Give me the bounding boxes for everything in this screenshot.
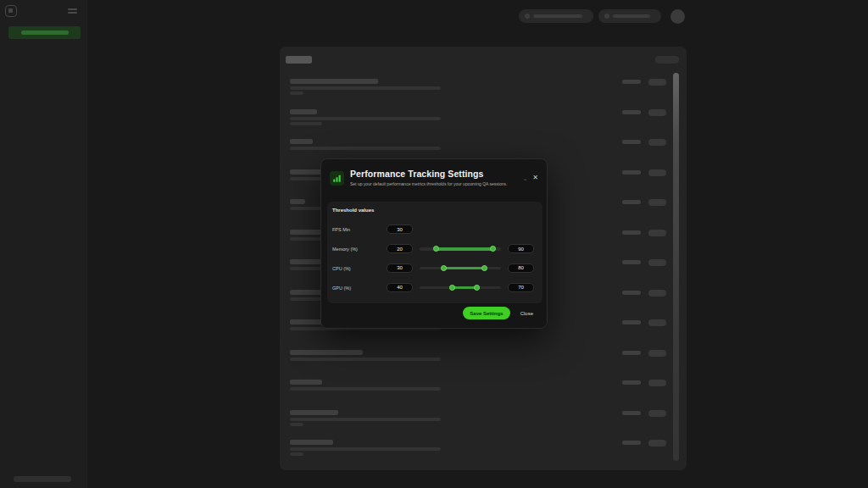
threshold-row: GPU (%) — [327, 283, 542, 293]
app-window: Performance Tracking Settings Set up you… — [0, 0, 868, 488]
list-row[interactable] — [286, 350, 681, 370]
row-action-skeleton[interactable] — [648, 199, 666, 206]
threshold-label: FPS Min — [332, 227, 350, 232]
close-icon[interactable]: ✕ — [532, 175, 538, 181]
threshold-label: GPU (%) — [332, 286, 351, 291]
user-avatar[interactable] — [670, 9, 685, 24]
min-value-input[interactable] — [387, 244, 413, 253]
list-row[interactable] — [286, 380, 681, 400]
row-action-skeleton[interactable] — [648, 79, 666, 86]
dialog-header-actions: ⌄ ✕ — [522, 175, 538, 181]
text-skeleton — [290, 147, 441, 150]
max-value-input[interactable] — [508, 263, 534, 273]
min-value-input[interactable] — [387, 283, 413, 292]
slider-handle-min[interactable] — [433, 246, 439, 252]
new-session-button[interactable] — [8, 26, 81, 39]
text-skeleton — [290, 423, 303, 426]
text-skeleton — [290, 440, 333, 445]
max-value-input[interactable] — [508, 244, 534, 253]
slider-handle-max[interactable] — [490, 246, 496, 252]
row-meta-skeleton — [622, 140, 641, 144]
row-action-skeleton[interactable] — [648, 290, 666, 297]
list-row[interactable] — [286, 139, 681, 159]
row-action-skeleton[interactable] — [648, 410, 666, 417]
list-row[interactable] — [286, 109, 681, 130]
threshold-label: CPU (%) — [332, 266, 351, 271]
slider-handle-min[interactable] — [441, 265, 447, 271]
text-skeleton — [290, 452, 303, 456]
close-button[interactable]: Close — [516, 307, 537, 319]
text-skeleton — [290, 109, 317, 114]
range-slider[interactable] — [420, 244, 501, 253]
slider-fill — [444, 267, 485, 270]
slider-handle-min[interactable] — [449, 285, 455, 291]
row-action-skeleton[interactable] — [648, 350, 666, 357]
row-action-skeleton[interactable] — [648, 230, 666, 236]
save-settings-button[interactable]: Save Settings — [463, 307, 509, 319]
threshold-row: FPS Min — [327, 225, 542, 235]
min-value-input[interactable] — [387, 263, 413, 273]
topbar-button-1[interactable] — [519, 9, 593, 23]
text-skeleton — [290, 122, 322, 125]
row-action-skeleton[interactable] — [648, 440, 666, 446]
row-meta-skeleton — [622, 80, 641, 84]
row-meta-skeleton — [622, 230, 641, 235]
topbar-button-label-skeleton — [613, 14, 650, 18]
row-meta-skeleton — [622, 260, 641, 264]
slider-handle-max[interactable] — [474, 285, 480, 291]
text-skeleton — [290, 350, 363, 355]
list-row[interactable] — [286, 410, 681, 430]
text-skeleton — [290, 79, 378, 84]
row-meta-skeleton — [622, 441, 641, 445]
panel-action-skeleton[interactable] — [655, 56, 679, 64]
text-skeleton — [290, 86, 441, 90]
text-skeleton — [290, 92, 303, 95]
list-row[interactable] — [286, 440, 681, 460]
sidebar — [0, 0, 87, 488]
list-row[interactable] — [286, 79, 681, 99]
row-meta-skeleton — [622, 320, 641, 324]
slider-fill — [436, 247, 492, 251]
chevron-down-icon[interactable]: ⌄ — [522, 175, 527, 181]
sidebar-footer-skeleton — [14, 476, 71, 482]
row-action-skeleton[interactable] — [648, 169, 666, 176]
sidebar-collapse-icon[interactable] — [68, 7, 77, 16]
threshold-row: CPU (%) — [327, 263, 542, 274]
row-action-skeleton[interactable] — [648, 109, 666, 116]
row-meta-skeleton — [622, 291, 641, 295]
topbar-button-icon — [604, 14, 609, 19]
topbar-button-label-skeleton — [533, 14, 582, 18]
performance-settings-dialog: Performance Tracking Settings Set up you… — [320, 158, 548, 329]
page-title-skeleton — [286, 56, 312, 64]
text-skeleton — [290, 380, 322, 385]
button-label-skeleton — [21, 30, 69, 35]
text-skeleton — [290, 447, 441, 451]
text-skeleton — [290, 410, 338, 415]
dialog-subtitle: Set up your default performance metrics … — [350, 181, 520, 186]
bar-chart-icon — [330, 171, 344, 186]
min-value-input[interactable] — [387, 225, 413, 234]
row-meta-skeleton — [622, 200, 641, 204]
range-slider[interactable] — [420, 263, 501, 273]
row-action-skeleton[interactable] — [648, 259, 666, 266]
threshold-label: Memory (%) — [332, 247, 358, 252]
slider-fill — [452, 286, 476, 290]
scrollbar-thumb[interactable] — [673, 73, 679, 461]
app-logo-icon — [5, 5, 17, 17]
row-action-skeleton[interactable] — [648, 319, 666, 326]
dialog-footer: Save Settings Close — [463, 307, 537, 319]
threshold-row: Memory (%) — [327, 244, 542, 254]
row-action-skeleton[interactable] — [648, 380, 666, 386]
row-meta-skeleton — [622, 351, 641, 355]
row-meta-skeleton — [622, 380, 641, 385]
row-meta-skeleton — [622, 170, 641, 175]
row-action-skeleton[interactable] — [648, 139, 666, 146]
section-title: Threshold values — [332, 208, 374, 213]
range-slider[interactable] — [420, 283, 501, 292]
row-meta-skeleton — [622, 110, 641, 114]
max-value-input[interactable] — [508, 283, 534, 292]
text-skeleton — [290, 139, 313, 144]
slider-handle-max[interactable] — [481, 265, 487, 271]
topbar-button-2[interactable] — [598, 9, 661, 23]
threshold-panel: Threshold values FPS MinMemory (%)CPU (%… — [327, 202, 542, 303]
